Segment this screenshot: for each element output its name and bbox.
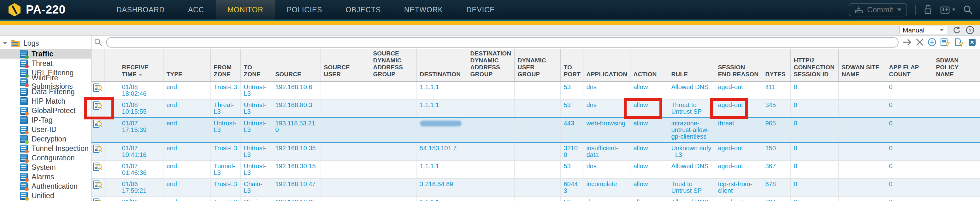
log-cell-rule[interactable]: Unknown eufy - L3 bbox=[668, 142, 715, 161]
log-cell-detail[interactable] bbox=[92, 161, 104, 179]
log-cell-source_dag[interactable] bbox=[370, 117, 417, 142]
sidebar-item-configuration[interactable]: Configuration bbox=[0, 153, 91, 163]
log-cell-rule[interactable]: Allowed DNS bbox=[668, 161, 715, 179]
log-cell-source[interactable]: 193.118.53.210 bbox=[272, 117, 321, 142]
sidebar-item-alarms[interactable]: Alarms bbox=[0, 172, 91, 182]
log-cell-to_zone[interactable]: Chain-L3 bbox=[240, 196, 272, 201]
log-cell-application[interactable]: dns bbox=[583, 196, 630, 201]
log-cell-dynamic_user_group[interactable] bbox=[514, 196, 560, 201]
log-row-6[interactable]: 01/06 17:59:21endTrust-L3Chain-L3192.168… bbox=[92, 179, 980, 196]
log-cell-dynamic_user_group[interactable] bbox=[514, 100, 560, 118]
column-header-source_dag[interactable]: SOURCE DYNAMIC ADDRESS GROUP bbox=[370, 49, 417, 81]
column-header-flag[interactable] bbox=[104, 49, 119, 81]
log-cell-to_zone[interactable]: Untrust-L3 bbox=[240, 100, 272, 118]
log-cell-sdwan_policy[interactable] bbox=[933, 81, 980, 100]
log-cell-destination[interactable]: 54.153.101.7 bbox=[417, 142, 467, 161]
log-cell-from_zone[interactable]: Tunnel-L3 bbox=[210, 161, 240, 179]
log-cell-flag[interactable] bbox=[104, 100, 119, 118]
log-detail-icon[interactable] bbox=[93, 119, 102, 128]
log-cell-app_flap_count[interactable]: 0 bbox=[886, 100, 933, 118]
column-header-from_zone[interactable]: FROM ZONE bbox=[210, 49, 240, 81]
log-detail-icon[interactable] bbox=[93, 101, 102, 110]
log-cell-flag[interactable] bbox=[104, 161, 119, 179]
log-cell-dest_dag[interactable] bbox=[467, 100, 514, 118]
log-cell-sdwan_site[interactable] bbox=[838, 100, 886, 118]
log-cell-destination[interactable]: 1.1.1.1 bbox=[417, 196, 467, 201]
column-header-to_zone[interactable]: TO ZONE bbox=[240, 49, 272, 81]
log-cell-source_dag[interactable] bbox=[370, 100, 417, 118]
log-cell-dynamic_user_group[interactable] bbox=[514, 81, 560, 100]
log-cell-detail[interactable] bbox=[92, 142, 104, 161]
column-header-sdwan_policy[interactable]: SDWAN POLICY NAME bbox=[933, 49, 980, 81]
log-cell-receive_time[interactable]: 01/08 18:02:46 bbox=[119, 81, 163, 100]
log-cell-bytes[interactable]: 234 bbox=[762, 196, 791, 201]
log-cell-dest_dag[interactable] bbox=[467, 81, 514, 100]
log-cell-flag[interactable] bbox=[104, 81, 119, 100]
log-cell-action[interactable]: allow bbox=[630, 142, 668, 161]
log-cell-flag[interactable] bbox=[104, 196, 119, 201]
log-cell-session_end_reason[interactable]: aged-out bbox=[715, 196, 762, 201]
log-cell-receive_time[interactable]: 01/06 11:44:01 bbox=[119, 196, 163, 201]
log-cell-app_flap_count[interactable]: 0 bbox=[886, 142, 933, 161]
sidebar-item-globalprotect[interactable]: GlobalProtect bbox=[0, 106, 91, 115]
log-cell-sdwan_site[interactable] bbox=[838, 81, 886, 100]
column-header-application[interactable]: APPLICATION bbox=[583, 49, 630, 81]
log-cell-sdwan_site[interactable] bbox=[838, 179, 886, 196]
log-cell-source_dag[interactable] bbox=[370, 142, 417, 161]
column-header-receive_time[interactable]: RECEIVE TIME bbox=[119, 49, 163, 81]
log-cell-to_zone[interactable]: Untrust-L3 bbox=[240, 117, 272, 142]
log-cell-source[interactable]: 192.168.10.47 bbox=[272, 179, 321, 196]
log-cell-flag[interactable] bbox=[104, 179, 119, 196]
sidebar-item-traffic[interactable]: Traffic bbox=[0, 49, 91, 59]
log-cell-http2_session_id[interactable]: 0 bbox=[791, 196, 838, 201]
log-cell-type[interactable]: end bbox=[163, 117, 210, 142]
log-cell-http2_session_id[interactable]: 0 bbox=[791, 100, 838, 118]
log-cell-receive_time[interactable]: 01/07 17:15:39 bbox=[119, 117, 163, 142]
log-cell-session_end_reason[interactable]: aged-out bbox=[715, 161, 762, 179]
log-cell-type[interactable]: end bbox=[163, 100, 210, 118]
log-cell-dest_dag[interactable] bbox=[467, 117, 514, 142]
log-cell-detail[interactable] bbox=[92, 196, 104, 201]
log-cell-action[interactable]: allow bbox=[630, 179, 668, 196]
log-cell-application[interactable]: incomplete bbox=[583, 179, 630, 196]
log-cell-source_user[interactable] bbox=[321, 196, 370, 201]
log-detail-icon[interactable] bbox=[93, 162, 102, 171]
sidebar-item-unified[interactable]: Unified bbox=[0, 191, 91, 200]
commit-button[interactable]: Commit bbox=[849, 3, 907, 16]
log-cell-flag[interactable] bbox=[104, 117, 119, 142]
log-cell-dest_dag[interactable] bbox=[467, 196, 514, 201]
log-cell-source_dag[interactable] bbox=[370, 161, 417, 179]
log-cell-source_user[interactable] bbox=[321, 142, 370, 161]
log-cell-application[interactable]: dns bbox=[583, 161, 630, 179]
log-cell-application[interactable]: dns bbox=[583, 81, 630, 100]
log-cell-bytes[interactable]: 678 bbox=[762, 179, 791, 196]
log-cell-source[interactable]: 192.168.10.35 bbox=[272, 142, 321, 161]
unlock-icon[interactable] bbox=[923, 5, 933, 15]
log-cell-to_zone[interactable]: Untrust-L3 bbox=[240, 161, 272, 179]
log-cell-action[interactable]: allow bbox=[630, 161, 668, 179]
log-detail-icon[interactable] bbox=[93, 180, 102, 189]
log-cell-source[interactable]: 192.168.80.3 bbox=[272, 100, 321, 118]
log-cell-type[interactable]: end bbox=[163, 179, 210, 196]
add-filter-button[interactable] bbox=[928, 38, 937, 47]
column-header-app_flap_count[interactable]: APP FLAP COUNT bbox=[886, 49, 933, 81]
log-cell-destination[interactable]: 1.1.1.1 bbox=[417, 81, 467, 100]
log-cell-to_port[interactable]: 53 bbox=[560, 161, 583, 179]
log-cell-dest_dag[interactable] bbox=[467, 161, 514, 179]
log-cell-http2_session_id[interactable]: 0 bbox=[791, 117, 838, 142]
log-cell-to_zone[interactable]: Untrust-L3 bbox=[240, 142, 272, 161]
nav-tab-acc[interactable]: ACC bbox=[177, 0, 216, 19]
column-header-destination[interactable]: DESTINATION bbox=[417, 49, 467, 81]
log-cell-sdwan_site[interactable] bbox=[838, 196, 886, 201]
help-icon[interactable]: ? bbox=[966, 26, 974, 34]
log-cell-from_zone[interactable]: Trust-L3 bbox=[210, 142, 240, 161]
log-row-4[interactable]: 01/07 10:41:16endTrust-L3Untrust-L3192.1… bbox=[92, 142, 980, 161]
column-header-detail[interactable] bbox=[92, 49, 104, 81]
log-cell-bytes[interactable]: 965 bbox=[762, 117, 791, 142]
log-cell-from_zone[interactable]: Trust-L3 bbox=[210, 81, 240, 100]
log-cell-to_port[interactable]: 53 bbox=[560, 81, 583, 100]
log-cell-rule[interactable]: Trust to Untrust SP bbox=[668, 179, 715, 196]
log-cell-session_end_reason[interactable]: aged-out bbox=[715, 100, 762, 118]
log-cell-to_port[interactable]: 32100 bbox=[560, 142, 583, 161]
log-cell-application[interactable]: insufficient-data bbox=[583, 142, 630, 161]
